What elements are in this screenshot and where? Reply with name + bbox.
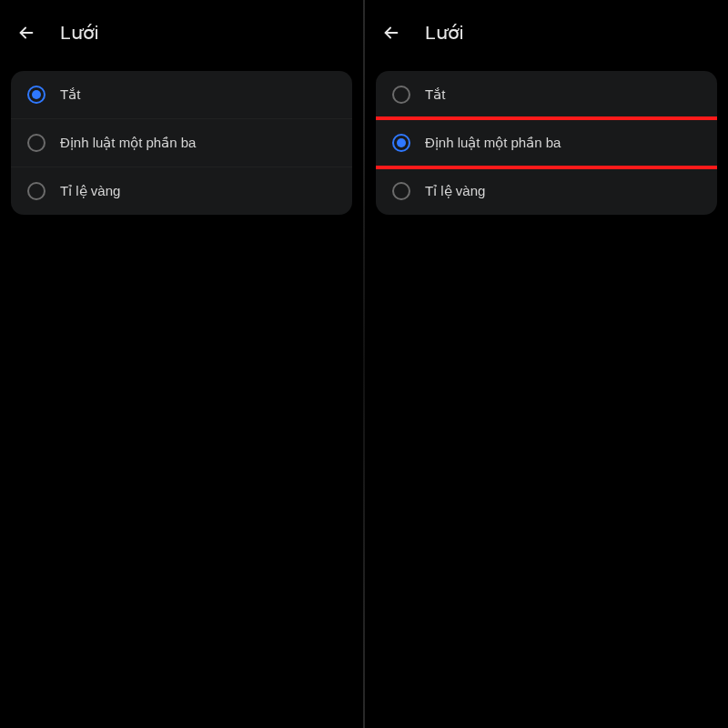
- option-list: Tắt Định luật một phần ba Tỉ lệ vàng: [376, 71, 717, 215]
- option-label: Tỉ lệ vàng: [60, 183, 120, 199]
- option-label: Định luật một phần ba: [425, 135, 561, 151]
- pane-left: Lưới Tắt Định luật một phần ba Tỉ lệ vàn…: [0, 0, 363, 728]
- back-button[interactable]: [16, 23, 36, 43]
- option-off[interactable]: Tắt: [376, 71, 717, 119]
- pane-right: Lưới Tắt Định luật một phần ba Tỉ lệ vàn…: [365, 0, 728, 728]
- option-label: Tắt: [425, 86, 445, 103]
- back-button[interactable]: [381, 23, 401, 43]
- page-title: Lưới: [60, 22, 98, 44]
- option-golden-ratio[interactable]: Tỉ lệ vàng: [11, 167, 352, 215]
- radio-icon: [27, 134, 46, 152]
- option-rule-of-thirds[interactable]: Định luật một phần ba: [376, 119, 717, 167]
- radio-icon: [392, 134, 410, 152]
- page-title: Lưới: [425, 22, 463, 44]
- option-label: Định luật một phần ba: [60, 135, 196, 151]
- option-label: Tắt: [60, 86, 80, 103]
- radio-icon: [27, 86, 46, 104]
- option-list: Tắt Định luật một phần ba Tỉ lệ vàng: [11, 71, 352, 215]
- arrow-left-icon: [16, 23, 36, 43]
- option-golden-ratio[interactable]: Tỉ lệ vàng: [376, 167, 717, 215]
- option-rule-of-thirds[interactable]: Định luật một phần ba: [11, 119, 352, 167]
- radio-icon: [27, 182, 46, 200]
- option-label: Tỉ lệ vàng: [425, 183, 485, 199]
- radio-icon: [392, 86, 410, 104]
- arrow-left-icon: [381, 23, 401, 43]
- option-off[interactable]: Tắt: [11, 71, 352, 119]
- header: Lưới: [365, 9, 728, 71]
- header: Lưới: [0, 9, 363, 71]
- radio-icon: [392, 182, 410, 200]
